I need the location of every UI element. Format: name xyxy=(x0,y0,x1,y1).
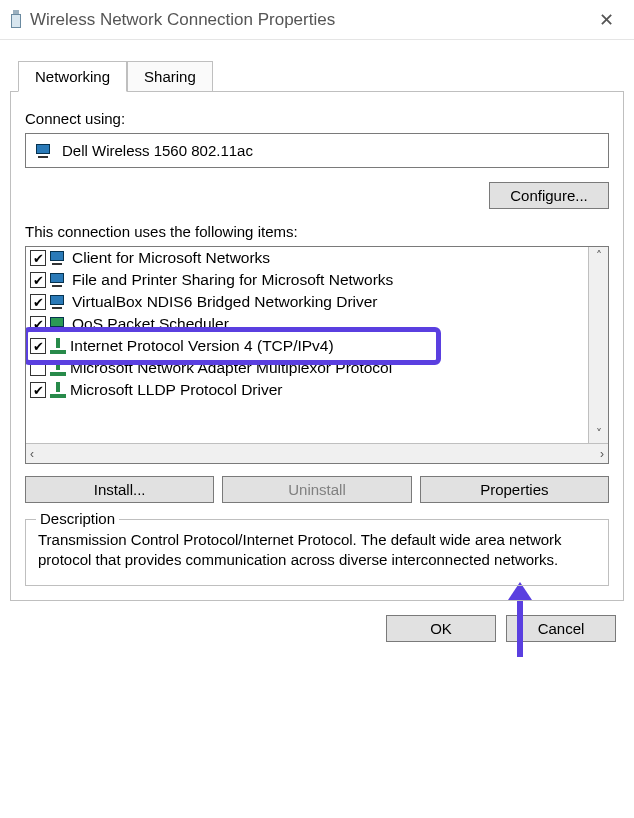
list-item[interactable]: VirtualBox NDIS6 Bridged Networking Driv… xyxy=(26,291,588,313)
titlebar: Wireless Network Connection Properties ✕ xyxy=(0,0,634,40)
ok-button[interactable]: OK xyxy=(386,615,496,642)
adapter-name: Dell Wireless 1560 802.11ac xyxy=(62,142,253,159)
window-title: Wireless Network Connection Properties xyxy=(24,10,586,30)
adapter-box[interactable]: Dell Wireless 1560 802.11ac xyxy=(25,133,609,168)
app-icon xyxy=(8,10,24,30)
network-component-icon xyxy=(50,295,68,309)
item-label: Client for Microsoft Networks xyxy=(72,249,270,267)
network-component-icon xyxy=(50,251,68,265)
connect-using-label: Connect using: xyxy=(25,110,609,127)
item-label: Microsoft LLDP Protocol Driver xyxy=(70,381,282,399)
checkbox[interactable] xyxy=(30,250,46,266)
description-legend: Description xyxy=(36,510,119,527)
scroll-down-icon[interactable]: ˅ xyxy=(596,427,602,441)
tab-sharing[interactable]: Sharing xyxy=(127,61,213,92)
properties-button[interactable]: Properties xyxy=(420,476,609,503)
list-item[interactable]: Client for Microsoft Networks xyxy=(26,247,588,269)
item-label: VirtualBox NDIS6 Bridged Networking Driv… xyxy=(72,293,378,311)
item-label: Microsoft Network Adapter Multiplexor Pr… xyxy=(70,359,392,377)
description-text: Transmission Control Protocol/Internet P… xyxy=(38,530,596,571)
checkbox[interactable] xyxy=(30,360,46,376)
checkbox[interactable] xyxy=(30,272,46,288)
scroll-up-icon[interactable]: ˄ xyxy=(596,249,602,263)
list-item[interactable]: File and Printer Sharing for Microsoft N… xyxy=(26,269,588,291)
tab-strip: Networking Sharing xyxy=(18,60,624,91)
tab-networking[interactable]: Networking xyxy=(18,61,127,92)
tab-panel-networking: Connect using: Dell Wireless 1560 802.11… xyxy=(10,91,624,601)
protocol-icon xyxy=(50,360,66,376)
uninstall-button: Uninstall xyxy=(222,476,411,503)
item-label: File and Printer Sharing for Microsoft N… xyxy=(72,271,393,289)
network-adapter-icon xyxy=(36,144,54,158)
list-item[interactable]: Microsoft Network Adapter Multiplexor Pr… xyxy=(26,357,588,379)
checkbox[interactable] xyxy=(30,382,46,398)
items-scroll-area[interactable]: Client for Microsoft NetworksFile and Pr… xyxy=(26,247,588,443)
vertical-scrollbar[interactable]: ˄ ˅ xyxy=(588,247,608,443)
item-label: QoS Packet Scheduler xyxy=(72,315,229,333)
scroll-right-icon[interactable]: › xyxy=(600,447,604,461)
network-component-icon xyxy=(50,317,68,331)
cancel-button[interactable]: Cancel xyxy=(506,615,616,642)
network-component-icon xyxy=(50,273,68,287)
scroll-left-icon[interactable]: ‹ xyxy=(30,447,34,461)
list-item[interactable]: Microsoft LLDP Protocol Driver xyxy=(26,379,588,401)
checkbox[interactable] xyxy=(30,294,46,310)
protocol-icon xyxy=(50,382,66,398)
items-list: Client for Microsoft NetworksFile and Pr… xyxy=(25,246,609,464)
install-button[interactable]: Install... xyxy=(25,476,214,503)
horizontal-scrollbar[interactable]: ‹ › xyxy=(26,443,608,463)
item-label: Internet Protocol Version 4 (TCP/IPv4) xyxy=(70,337,334,355)
items-label: This connection uses the following items… xyxy=(25,223,609,240)
description-group: Description Transmission Control Protoco… xyxy=(25,519,609,586)
checkbox[interactable] xyxy=(30,316,46,332)
checkbox[interactable] xyxy=(30,338,46,354)
list-item[interactable]: Internet Protocol Version 4 (TCP/IPv4) xyxy=(26,335,588,357)
list-item[interactable]: QoS Packet Scheduler xyxy=(26,313,588,335)
close-icon[interactable]: ✕ xyxy=(586,9,626,31)
protocol-icon xyxy=(50,338,66,354)
configure-button[interactable]: Configure... xyxy=(489,182,609,209)
